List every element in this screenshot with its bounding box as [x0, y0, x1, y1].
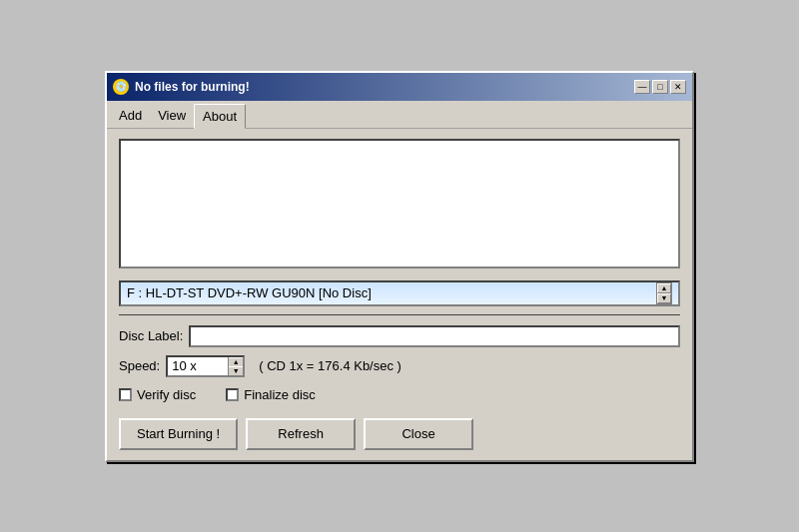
speed-spinner-up[interactable]: ▲ [229, 357, 243, 366]
app-icon: 💿 [113, 79, 129, 95]
finalize-disc-item: Finalize disc [226, 387, 316, 402]
disc-label-label: Disc Label: [119, 328, 183, 343]
maximize-button[interactable]: □ [652, 80, 668, 94]
disc-label-row: Disc Label: [119, 325, 680, 347]
start-burning-button[interactable]: Start Burning ! [119, 418, 238, 450]
content-area: F : HL-DT-ST DVD+-RW GU90N [No Disc] ▲ ▼… [107, 129, 692, 460]
speed-spinner-down[interactable]: ▼ [229, 366, 243, 375]
finalize-disc-checkbox[interactable] [226, 388, 239, 401]
separator [119, 314, 680, 315]
menu-item-add[interactable]: Add [111, 104, 150, 127]
checkboxes-row: Verify disc Finalize disc [119, 387, 680, 402]
speed-spinner: ▲ ▼ [228, 357, 243, 375]
speed-input-wrap: ▲ ▼ [166, 355, 245, 377]
title-bar: 💿 No files for burning! — □ ✕ [107, 73, 692, 101]
drive-spinner[interactable]: ▲ ▼ [656, 282, 672, 304]
verify-disc-label: Verify disc [137, 387, 196, 402]
finalize-disc-label: Finalize disc [244, 387, 316, 402]
title-bar-buttons: — □ ✕ [634, 80, 686, 94]
speed-row: Speed: ▲ ▼ ( CD 1x = 176.4 Kb/sec ) [119, 355, 680, 377]
title-bar-left: 💿 No files for burning! [113, 79, 250, 95]
verify-disc-item: Verify disc [119, 387, 196, 402]
disc-label-input[interactable] [189, 325, 680, 347]
menu-bar: Add View About [107, 101, 692, 129]
menu-item-about[interactable]: About [194, 104, 246, 129]
drive-spinner-up[interactable]: ▲ [657, 283, 671, 293]
verify-disc-checkbox[interactable] [119, 388, 132, 401]
speed-note: ( CD 1x = 176.4 Kb/sec ) [259, 358, 401, 373]
refresh-button[interactable]: Refresh [246, 418, 356, 450]
main-window: 💿 No files for burning! — □ ✕ Add View A… [105, 71, 694, 462]
minimize-button[interactable]: — [634, 80, 650, 94]
menu-item-view[interactable]: View [150, 104, 194, 127]
drive-select[interactable]: F : HL-DT-ST DVD+-RW GU90N [No Disc] ▲ ▼ [119, 280, 680, 306]
speed-input[interactable] [168, 357, 228, 375]
files-list-area[interactable] [119, 139, 680, 268]
drive-spinner-down[interactable]: ▼ [657, 293, 671, 303]
speed-label: Speed: [119, 358, 160, 373]
window-title: No files for burning! [135, 80, 250, 94]
close-window-button[interactable]: ✕ [670, 80, 686, 94]
buttons-row: Start Burning ! Refresh Close [119, 414, 680, 450]
close-button[interactable]: Close [364, 418, 473, 450]
drive-select-row: F : HL-DT-ST DVD+-RW GU90N [No Disc] ▲ ▼ [119, 280, 680, 306]
drive-select-text: F : HL-DT-ST DVD+-RW GU90N [No Disc] [127, 285, 372, 300]
